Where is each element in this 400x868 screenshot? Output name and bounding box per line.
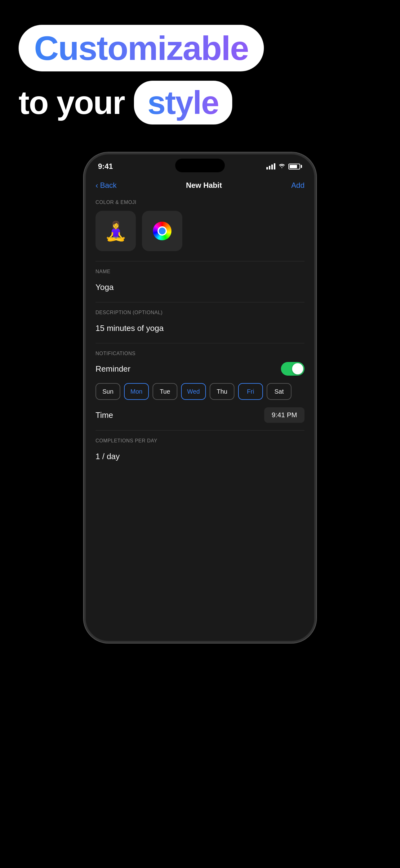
day-sat-label: Sat <box>274 388 284 395</box>
day-fri-label: Fri <box>247 388 254 395</box>
day-wed-label: Wed <box>187 388 200 395</box>
hero-title-1: Customizable <box>34 29 248 67</box>
emoji-display: 🧘‍♀️ <box>104 220 128 242</box>
hero-plain-text: to your <box>19 86 125 119</box>
nav-bar: ‹ Back New Habit Add <box>86 176 314 195</box>
color-emoji-row: 🧘‍♀️ <box>96 211 304 251</box>
day-tue[interactable]: Tue <box>153 383 177 400</box>
signal-bar-1 <box>266 167 268 169</box>
day-sun[interactable]: Sun <box>96 383 120 400</box>
hero-title-2: style <box>147 85 219 121</box>
status-icons <box>266 163 302 170</box>
description-section: DESCRIPTION (OPTIONAL) 15 minutes of yog… <box>96 310 304 336</box>
phone-silent-button <box>84 210 85 226</box>
phone-volume-down-button <box>84 263 85 288</box>
back-chevron-icon: ‹ <box>96 181 98 189</box>
color-picker[interactable] <box>142 211 182 251</box>
divider-4 <box>96 430 304 431</box>
day-sun-label: Sun <box>102 388 113 395</box>
color-emoji-label: COLOR & EMOJI <box>96 199 304 205</box>
dynamic-island <box>175 159 225 172</box>
phone-frame: 9:41 <box>84 152 316 643</box>
name-section: NAME Yoga <box>96 269 304 294</box>
time-label: Time <box>96 410 113 420</box>
color-emoji-section: COLOR & EMOJI 🧘‍♀️ <box>96 199 304 251</box>
battery-icon <box>288 164 302 169</box>
status-time: 9:41 <box>98 162 113 171</box>
signal-bar-3 <box>271 164 273 169</box>
time-value: 9:41 PM <box>272 411 297 419</box>
day-tue-label: Tue <box>160 388 170 395</box>
time-badge[interactable]: 9:41 PM <box>264 407 304 423</box>
back-label: Back <box>100 181 116 190</box>
hero-badge-1: Customizable <box>19 25 264 71</box>
day-buttons: Sun Mon Tue Wed Thu Fri <box>96 383 304 400</box>
hero-badge-2: style <box>134 81 232 124</box>
notifications-label: NOTIFICATIONS <box>96 351 304 356</box>
completions-value[interactable]: 1 / day <box>96 449 304 464</box>
name-label: NAME <box>96 269 304 274</box>
time-row: Time 9:41 PM <box>96 407 304 423</box>
day-fri[interactable]: Fri <box>238 383 263 400</box>
description-label: DESCRIPTION (OPTIONAL) <box>96 310 304 315</box>
completions-label: COMPLETIONS PER DAY <box>96 438 304 444</box>
reminder-row: Reminder <box>96 362 304 376</box>
reminder-toggle[interactable] <box>281 362 304 376</box>
notifications-section: NOTIFICATIONS Reminder <box>96 351 304 376</box>
day-sat[interactable]: Sat <box>267 383 292 400</box>
day-mon[interactable]: Mon <box>124 383 149 400</box>
nav-title: New Habit <box>186 181 222 190</box>
signal-bar-2 <box>269 166 270 169</box>
day-thu[interactable]: Thu <box>210 383 234 400</box>
wifi-icon <box>278 163 285 170</box>
hero-row-2: to your style <box>19 81 232 124</box>
screen-content: COLOR & EMOJI 🧘‍♀️ <box>86 195 314 476</box>
phone-volume-up-button <box>84 232 85 257</box>
color-circle-icon <box>153 222 171 240</box>
divider-2 <box>96 302 304 302</box>
toggle-thumb <box>292 363 303 374</box>
signal-bars-icon <box>266 163 275 169</box>
day-wed[interactable]: Wed <box>181 383 206 400</box>
phone-power-button <box>315 247 316 288</box>
reminder-label: Reminder <box>96 364 131 374</box>
signal-bar-4 <box>274 163 275 169</box>
color-circle-inner <box>158 226 167 236</box>
emoji-picker[interactable]: 🧘‍♀️ <box>96 211 136 251</box>
hero-section: Customizable to your style <box>0 25 400 124</box>
divider-3 <box>96 343 304 343</box>
add-button[interactable]: Add <box>291 181 304 190</box>
back-button[interactable]: ‹ Back <box>96 181 116 190</box>
day-thu-label: Thu <box>217 388 227 395</box>
completions-section: COMPLETIONS PER DAY 1 / day <box>96 438 304 464</box>
page-wrapper: Customizable to your style 9:41 <box>0 0 400 868</box>
phone-container: 9:41 <box>84 152 316 643</box>
divider-1 <box>96 261 304 261</box>
name-value[interactable]: Yoga <box>96 280 304 294</box>
day-mon-label: Mon <box>131 388 143 395</box>
description-value[interactable]: 15 minutes of yoga <box>96 321 304 336</box>
